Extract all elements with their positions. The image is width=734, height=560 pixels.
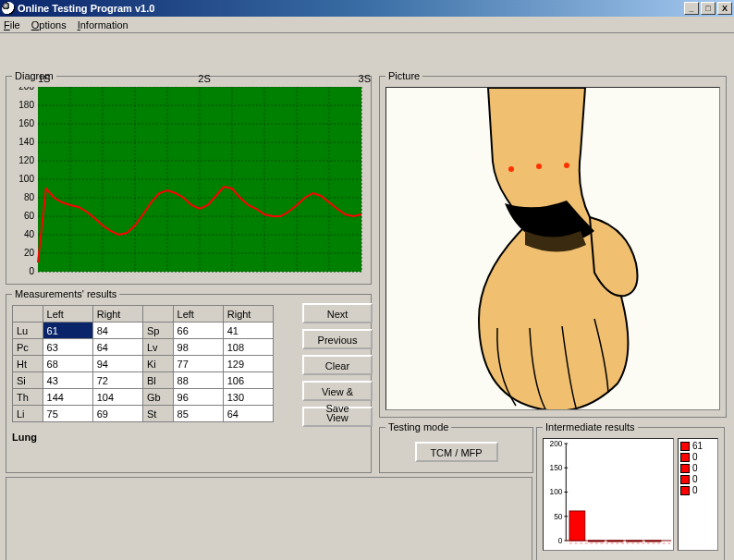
table-cell[interactable]: Bl bbox=[143, 372, 174, 389]
col-left2: Left bbox=[173, 306, 223, 323]
table-cell[interactable]: 104 bbox=[92, 389, 142, 406]
view-save-button[interactable]: View & Save bbox=[302, 381, 373, 401]
window-title: Online Testing Program v1.0 bbox=[18, 3, 154, 14]
table-cell[interactable]: Lu bbox=[13, 323, 43, 339]
menu-options[interactable]: Options bbox=[31, 19, 67, 30]
legend-value: 61 bbox=[692, 441, 703, 451]
table-cell[interactable]: 63 bbox=[43, 339, 92, 356]
col-right: Right bbox=[92, 306, 142, 323]
svg-text:200: 200 bbox=[550, 439, 563, 448]
table-row[interactable]: Sp6641 bbox=[143, 323, 274, 339]
results-table-right: Left Right Sp6641Lv98108Ki77129Bl88106Gb… bbox=[142, 305, 274, 422]
table-cell[interactable]: Th bbox=[13, 389, 43, 406]
table-cell[interactable]: St bbox=[143, 406, 174, 422]
table-row[interactable]: St8564 bbox=[143, 406, 274, 422]
table-row[interactable]: Gb96130 bbox=[143, 389, 274, 406]
menu-file[interactable]: File bbox=[4, 19, 20, 30]
table-cell[interactable]: Pc bbox=[13, 339, 43, 356]
table-row[interactable]: Lv98108 bbox=[143, 339, 274, 356]
intermediate-legend: Intermediate results bbox=[543, 421, 638, 432]
table-cell[interactable]: Lv bbox=[143, 339, 174, 356]
col-right2: Right bbox=[223, 306, 273, 323]
table-cell[interactable]: 77 bbox=[173, 356, 223, 372]
table-row[interactable]: Th144104 bbox=[13, 389, 143, 406]
table-cell[interactable]: Li bbox=[13, 406, 43, 422]
table-cell[interactable]: 69 bbox=[92, 406, 142, 422]
table-cell[interactable]: Gb bbox=[143, 389, 174, 406]
legend-value: 0 bbox=[692, 474, 698, 484]
legend-item: 61 bbox=[680, 441, 716, 451]
diagram-marker-3s: 3S bbox=[359, 73, 371, 84]
table-row[interactable]: Lu6184 bbox=[13, 323, 143, 339]
svg-text:60: 60 bbox=[24, 211, 35, 221]
table-cell[interactable]: Si bbox=[13, 372, 43, 389]
diagram-top-labels: 1S 2S 3S bbox=[38, 73, 371, 84]
bar-chart: 050100150200 bbox=[543, 438, 674, 551]
table-cell[interactable]: 41 bbox=[223, 323, 273, 339]
picture-legend: Picture bbox=[385, 70, 422, 81]
svg-text:140: 140 bbox=[18, 137, 34, 147]
maximize-button[interactable]: □ bbox=[701, 2, 716, 15]
svg-rect-53 bbox=[627, 541, 642, 542]
legend-swatch-icon bbox=[680, 453, 690, 462]
table-cell[interactable]: 72 bbox=[92, 372, 142, 389]
table-cell[interactable]: 108 bbox=[223, 339, 273, 356]
legend-item: 0 bbox=[680, 452, 716, 462]
svg-rect-52 bbox=[607, 541, 623, 542]
table-cell[interactable]: 68 bbox=[43, 356, 92, 372]
table-row[interactable]: Li7569 bbox=[13, 406, 143, 422]
svg-rect-51 bbox=[589, 541, 605, 542]
legend-swatch-icon bbox=[680, 464, 690, 473]
previous-button[interactable]: Previous bbox=[302, 329, 373, 349]
svg-text:160: 160 bbox=[18, 118, 34, 128]
menu-information[interactable]: Information bbox=[78, 19, 128, 30]
tcm-mfp-button[interactable]: TCM / MFP bbox=[415, 442, 498, 462]
results-legend: Measurements' results bbox=[12, 288, 119, 299]
legend-value: 0 bbox=[692, 452, 698, 462]
diagram-marker-1s: 1S bbox=[38, 73, 50, 84]
titlebar: Online Testing Program v1.0 _ □ X bbox=[0, 0, 734, 17]
svg-rect-54 bbox=[645, 541, 661, 542]
clear-button[interactable]: Clear bbox=[302, 355, 373, 375]
table-cell[interactable]: 64 bbox=[92, 339, 142, 356]
svg-text:150: 150 bbox=[550, 463, 563, 472]
table-row[interactable]: Bl88106 bbox=[143, 372, 274, 389]
table-cell[interactable]: 144 bbox=[43, 389, 92, 406]
table-row[interactable]: Si4372 bbox=[13, 372, 143, 389]
menubar: File Options Information bbox=[0, 17, 734, 33]
table-cell[interactable]: Sp bbox=[143, 323, 174, 339]
legend-item: 0 bbox=[680, 474, 716, 484]
svg-text:0: 0 bbox=[558, 536, 563, 545]
table-cell[interactable]: 88 bbox=[173, 372, 223, 389]
legend-swatch-icon bbox=[680, 486, 690, 495]
table-cell[interactable]: 84 bbox=[92, 323, 142, 339]
table-cell[interactable]: 66 bbox=[173, 323, 223, 339]
svg-text:200: 200 bbox=[18, 87, 34, 91]
table-cell[interactable]: 43 bbox=[43, 372, 92, 389]
svg-text:100: 100 bbox=[550, 487, 563, 496]
table-cell[interactable]: 130 bbox=[223, 389, 273, 406]
table-cell[interactable]: 98 bbox=[173, 339, 223, 356]
table-row[interactable]: Ht6894 bbox=[13, 356, 143, 372]
view-button[interactable]: View bbox=[302, 407, 373, 427]
table-cell[interactable]: 75 bbox=[43, 406, 92, 422]
table-cell[interactable]: 129 bbox=[223, 356, 273, 372]
table-cell[interactable]: 106 bbox=[223, 372, 273, 389]
close-button[interactable]: X bbox=[717, 2, 732, 15]
line-chart: 020406080100120140160180200 bbox=[12, 87, 365, 276]
picture-panel: Picture bbox=[379, 70, 727, 418]
minimize-button[interactable]: _ bbox=[684, 2, 699, 15]
bottom-panel bbox=[6, 477, 532, 560]
table-cell[interactable]: Ki bbox=[143, 356, 174, 372]
table-cell[interactable]: 85 bbox=[173, 406, 223, 422]
next-button[interactable]: Next bbox=[302, 303, 373, 323]
diagram-marker-2s: 2S bbox=[198, 73, 210, 84]
table-cell[interactable]: 94 bbox=[92, 356, 142, 372]
table-cell[interactable]: Ht bbox=[13, 356, 43, 372]
table-cell[interactable]: 64 bbox=[223, 406, 273, 422]
table-row[interactable]: Ki77129 bbox=[143, 356, 274, 372]
table-cell[interactable]: 96 bbox=[173, 389, 223, 406]
svg-text:180: 180 bbox=[18, 100, 34, 110]
table-row[interactable]: Pc6364 bbox=[13, 339, 143, 356]
table-cell[interactable]: 61 bbox=[43, 323, 92, 339]
